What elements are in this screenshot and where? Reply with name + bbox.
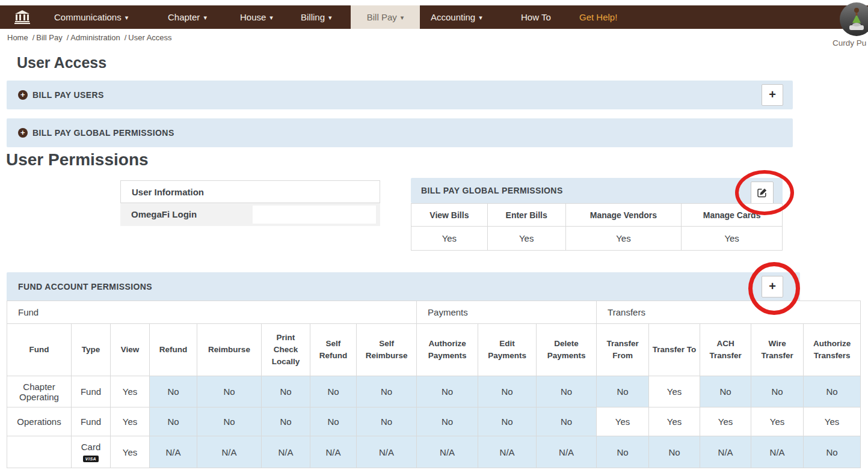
permission-value-cell: Yes xyxy=(700,407,751,436)
permission-value-cell: No xyxy=(700,376,751,407)
permission-value-cell: N/A xyxy=(478,436,537,468)
table-row: CardVISAYesN/AN/AN/AN/AN/AN/AN/AN/ANoNoN… xyxy=(7,436,861,468)
permission-value-cell: Yes xyxy=(597,407,649,436)
bank-icon[interactable] xyxy=(14,10,30,26)
permission-value-cell: No xyxy=(262,376,310,407)
accordion-fund-account-permissions[interactable]: FUND ACCOUNT PERMISSIONS xyxy=(7,272,800,301)
column-header: Refund xyxy=(150,324,197,376)
permission-value-cell: No xyxy=(197,407,262,436)
avatar[interactable] xyxy=(840,2,868,36)
table-row: OperationsFundYesNoNoNoNoNoNoNoNoYesYesY… xyxy=(7,407,861,436)
nav-item-bill-pay[interactable]: Bill Pay▾ xyxy=(351,5,420,29)
permission-value-cell: Yes xyxy=(111,436,150,468)
group-header: Payments xyxy=(417,301,597,324)
user-display-name[interactable]: Curdy Pu xyxy=(833,38,866,47)
breadcrumb-separator: / xyxy=(32,33,35,42)
user-information-table: User Information OmegaFi Login xyxy=(120,180,380,226)
omegafi-login-label: OmegaFi Login xyxy=(131,209,197,219)
permission-value-cell: No xyxy=(804,376,861,407)
group-header: Fund xyxy=(7,301,417,324)
bill-pay-global-permissions-bar: BILL PAY GLOBAL PERMISSIONS xyxy=(411,178,783,203)
column-header: Self Reimburse xyxy=(357,324,417,376)
nav-item-house[interactable]: House▾ xyxy=(240,5,273,29)
permission-value-cell: No xyxy=(310,376,357,407)
top-navbar: Communications▾Chapter▾House▾Billing▾Bil… xyxy=(0,5,868,29)
breadcrumb-item[interactable]: Home xyxy=(7,33,28,42)
accordion-bill-pay-global-permissions[interactable]: + BILL PAY GLOBAL PERMISSIONS xyxy=(7,118,793,147)
fund-account-add-button[interactable]: + xyxy=(762,276,783,298)
accordion-title: + BILL PAY USERS xyxy=(7,81,793,109)
permission-value-cell: No xyxy=(478,376,537,407)
chevron-down-icon: ▾ xyxy=(401,14,404,22)
nav-item-billing[interactable]: Billing▾ xyxy=(301,5,332,29)
permission-value-cell: No xyxy=(597,436,649,468)
permission-value-cell: Yes xyxy=(682,227,783,251)
nav-item-get-help[interactable]: Get Help! xyxy=(579,5,617,29)
permission-value-cell: No xyxy=(310,407,357,436)
global-permissions-edit-button[interactable] xyxy=(751,182,774,204)
nav-item-accounting[interactable]: Accounting▾ xyxy=(431,5,482,29)
permission-value-cell: N/A xyxy=(150,436,197,468)
expand-plus-icon: + xyxy=(18,128,28,138)
column-header: Delete Payments xyxy=(537,324,597,376)
permission-value-cell: No xyxy=(357,407,417,436)
permission-value-cell: No xyxy=(751,376,804,407)
breadcrumb-separator: / xyxy=(125,33,127,42)
chevron-down-icon: ▾ xyxy=(479,14,482,22)
breadcrumb: Home/Bill Pay/Administration/User Access xyxy=(7,33,174,42)
fund-type-cell: Fund xyxy=(72,407,111,436)
section-title: User Permissions xyxy=(6,150,149,169)
bill-pay-users-add-button[interactable]: + xyxy=(762,84,783,106)
breadcrumb-separator: / xyxy=(67,33,69,42)
omegafi-login-value xyxy=(253,206,376,224)
page-title: User Access xyxy=(17,54,106,72)
column-header: Transfer To xyxy=(649,324,700,376)
column-header: Authorize Payments xyxy=(417,324,478,376)
fund-account-permissions-table: FundPaymentsTransfers FundTypeViewRefund… xyxy=(7,301,861,468)
column-header: Type xyxy=(72,324,111,376)
permission-value-cell: N/A xyxy=(357,436,417,468)
user-information-header: User Information xyxy=(120,180,380,203)
permission-value-cell: No xyxy=(197,376,262,407)
permission-value-cell: No xyxy=(649,436,700,468)
nav-item-communications[interactable]: Communications▾ xyxy=(54,5,128,29)
permission-value-cell: Yes xyxy=(565,227,682,251)
permission-value-cell: No xyxy=(537,376,597,407)
breadcrumb-item[interactable]: Bill Pay xyxy=(36,33,62,42)
permission-value-cell: No xyxy=(262,407,310,436)
fund-type-cell: Fund xyxy=(72,376,111,407)
permission-value-cell: Yes xyxy=(411,227,488,251)
permission-value-cell: N/A xyxy=(751,436,804,468)
permission-value-cell: No xyxy=(417,407,478,436)
breadcrumb-item[interactable]: Administration xyxy=(70,33,120,42)
column-header: ACH Transfer xyxy=(700,324,751,376)
nav-item-how-to[interactable]: How To xyxy=(521,5,551,29)
chevron-down-icon: ▾ xyxy=(328,14,332,22)
permission-value-cell: Yes xyxy=(111,407,150,436)
column-header: Print Check Locally xyxy=(262,324,310,376)
fund-type-cell: CardVISA xyxy=(72,436,111,468)
edit-pencil-icon xyxy=(757,187,768,200)
fund-name-cell xyxy=(7,436,72,468)
permission-value-cell: N/A xyxy=(197,436,262,468)
column-header: Transfer From xyxy=(597,324,649,376)
permission-value-cell: No xyxy=(597,376,649,407)
permission-value-cell: No xyxy=(804,436,861,468)
permission-value-cell: No xyxy=(478,407,537,436)
accordion-bill-pay-users[interactable]: + BILL PAY USERS xyxy=(7,81,793,109)
chevron-down-icon: ▾ xyxy=(269,14,273,22)
permission-value-cell: Yes xyxy=(487,227,565,251)
column-header: Enter Bills xyxy=(487,204,565,227)
nav-item-chapter[interactable]: Chapter▾ xyxy=(168,5,207,29)
column-header: View Bills xyxy=(411,204,488,227)
chevron-down-icon: ▾ xyxy=(203,14,207,22)
omegafi-login-row: OmegaFi Login xyxy=(120,203,380,226)
column-header: Manage Cards xyxy=(682,204,783,227)
permission-value-cell: Yes xyxy=(804,407,861,436)
column-header: Fund xyxy=(7,324,72,376)
fund-name-cell: Chapter Operating xyxy=(7,376,72,407)
permission-value-cell: Yes xyxy=(649,376,700,407)
column-header: Self Refund xyxy=(310,324,357,376)
permission-value-cell: N/A xyxy=(310,436,357,468)
permission-value-cell: No xyxy=(357,376,417,407)
